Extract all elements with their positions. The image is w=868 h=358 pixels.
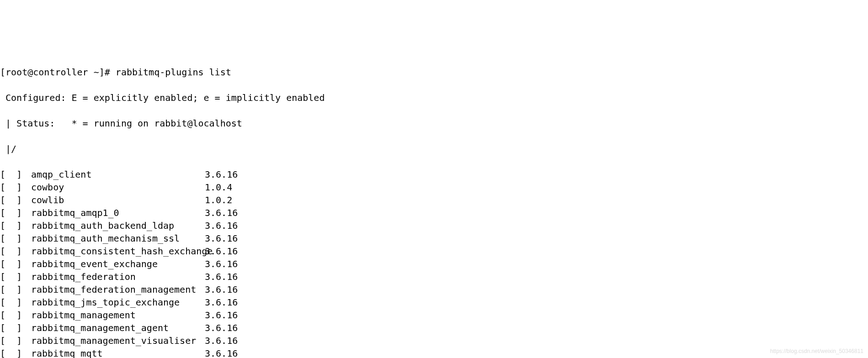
plugin-row: [ ] rabbitmq_auth_mechanism_ssl3.6.16 [0,232,868,245]
plugin-row: [ ] rabbitmq_federation_management3.6.16 [0,283,868,296]
plugin-row: [ ] rabbitmq_management_visualiser3.6.16 [0,334,868,347]
plugin-row: [ ] rabbitmq_management3.6.16 [0,309,868,321]
plugin-status-bracket: [ ] [0,194,31,206]
plugin-name: rabbitmq_management_visualiser [31,334,205,347]
plugin-version: 3.6.16 [205,168,238,181]
plugin-name: rabbitmq_auth_backend_ldap [31,219,205,232]
plugin-status-bracket: [ ] [0,270,31,283]
plugin-name: rabbitmq_jms_topic_exchange [31,296,205,309]
plugin-row: [ ] cowboy1.0.4 [0,181,868,194]
plugin-name: amqp_client [31,168,205,181]
plugin-name: rabbitmq_amqp1_0 [31,206,205,219]
plugin-status-bracket: [ ] [0,168,31,181]
plugin-status-bracket: [ ] [0,219,31,232]
plugin-status-bracket: [ ] [0,321,31,334]
plugin-version: 1.0.2 [205,194,232,206]
plugin-list: [ ] amqp_client3.6.16[ ] cowboy1.0.4[ ] … [0,168,868,358]
plugin-row: [ ] rabbitmq_management_agent3.6.16 [0,321,868,334]
plugin-status-bracket: [ ] [0,245,31,258]
plugin-version: 3.6.16 [205,347,238,358]
plugin-name: rabbitmq_mqtt [31,347,205,358]
plugin-status-bracket: [ ] [0,347,31,358]
plugin-status-bracket: [ ] [0,296,31,309]
plugin-name: rabbitmq_management [31,309,205,321]
plugin-name: rabbitmq_management_agent [31,321,205,334]
plugin-name: rabbitmq_federation [31,270,205,283]
plugin-row: [ ] rabbitmq_jms_topic_exchange3.6.16 [0,296,868,309]
plugin-version: 1.0.4 [205,181,232,194]
header-status: | Status: * = running on rabbit@localhos… [0,117,868,130]
plugin-status-bracket: [ ] [0,309,31,321]
plugin-version: 3.6.16 [205,206,238,219]
header-divider: |/ [0,142,868,155]
watermark-text: https://blog.csdn.net/weixin_50346811 [770,347,863,355]
plugin-row: [ ] cowlib1.0.2 [0,194,868,206]
plugin-row: [ ] rabbitmq_amqp1_03.6.16 [0,206,868,219]
plugin-row: [ ] rabbitmq_event_exchange3.6.16 [0,258,868,270]
plugin-name: rabbitmq_federation_management [31,283,205,296]
command-prompt-line: [root@controller ~]# rabbitmq-plugins li… [0,66,868,79]
terminal-output: [root@controller ~]# rabbitmq-plugins li… [0,53,868,358]
plugin-status-bracket: [ ] [0,181,31,194]
plugin-status-bracket: [ ] [0,283,31,296]
plugin-name: rabbitmq_auth_mechanism_ssl [31,232,205,245]
plugin-version: 3.6.16 [205,258,238,270]
plugin-status-bracket: [ ] [0,232,31,245]
plugin-row: [ ] rabbitmq_mqtt3.6.16 [0,347,868,358]
plugin-version: 3.6.16 [205,219,238,232]
plugin-status-bracket: [ ] [0,334,31,347]
header-configured: Configured: E = explicitly enabled; e = … [0,91,868,104]
plugin-version: 3.6.16 [205,245,238,258]
plugin-row: [ ] rabbitmq_consistent_hash_exchange3.6… [0,245,868,258]
plugin-row: [ ] rabbitmq_federation3.6.16 [0,270,868,283]
plugin-name: rabbitmq_event_exchange [31,258,205,270]
plugin-name: cowlib [31,194,205,206]
plugin-row: [ ] amqp_client3.6.16 [0,168,868,181]
plugin-name: rabbitmq_consistent_hash_exchange [31,245,205,258]
plugin-version: 3.6.16 [205,283,238,296]
plugin-version: 3.6.16 [205,270,238,283]
plugin-version: 3.6.16 [205,321,238,334]
plugin-version: 3.6.16 [205,232,238,245]
plugin-version: 3.6.16 [205,334,238,347]
plugin-version: 3.6.16 [205,309,238,321]
plugin-version: 3.6.16 [205,296,238,309]
plugin-name: cowboy [31,181,205,194]
plugin-row: [ ] rabbitmq_auth_backend_ldap3.6.16 [0,219,868,232]
plugin-status-bracket: [ ] [0,258,31,270]
plugin-status-bracket: [ ] [0,206,31,219]
